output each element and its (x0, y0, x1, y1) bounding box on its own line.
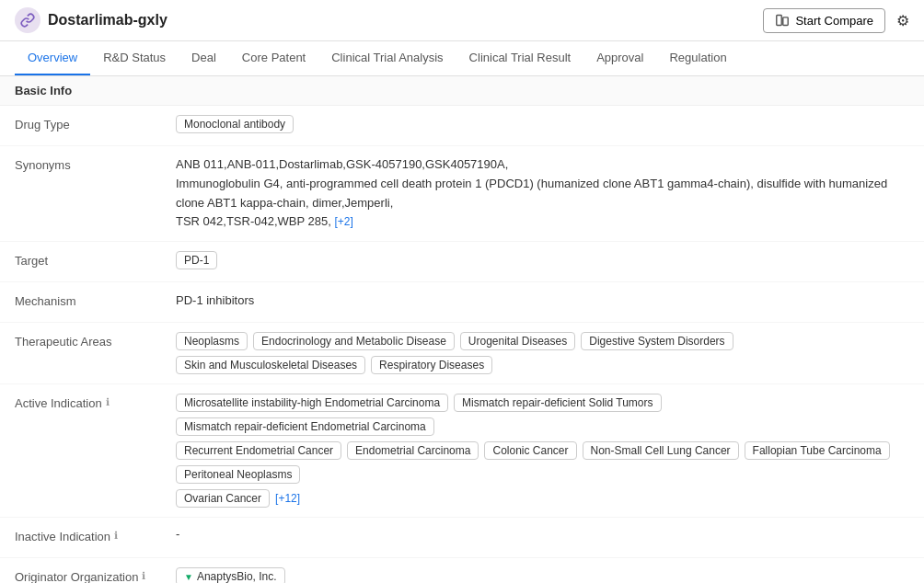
tab-deal[interactable]: Deal (179, 41, 229, 75)
active-indication-row1: Microsatellite instability-high Endometr… (176, 394, 909, 436)
therapeutic-areas-value: Neoplasms Endocrinology and Metabolic Di… (176, 332, 909, 374)
active-indication-row: Active Indication ℹ Microsatellite insta… (0, 384, 924, 518)
ta-tag-2: Urogenital Diseases (460, 332, 575, 350)
inactive-indication-label: Inactive Indication ℹ (15, 527, 176, 543)
tab-overview[interactable]: Overview (15, 41, 90, 75)
tab-regulation[interactable]: Regulation (656, 41, 739, 75)
originator-org-name: AnaptysBio, Inc. (197, 570, 277, 583)
originator-org-label: Originator Organization ℹ (15, 567, 176, 583)
basic-info-table: Drug Type Monoclonal antibody Synonyms A… (0, 106, 924, 583)
drug-type-tag: Monoclonal antibody (176, 115, 294, 133)
tab-rd-status[interactable]: R&D Status (90, 41, 179, 75)
target-row: Target PD-1 (0, 242, 924, 282)
tab-clinical-trial-analysis[interactable]: Clinical Trial Analysis (318, 41, 456, 75)
originator-org-tag-0[interactable]: ▼ AnaptysBio, Inc. (176, 567, 285, 583)
drug-type-label: Drug Type (15, 115, 176, 131)
ta-tag-3: Digestive System Disorders (581, 332, 733, 350)
drug-type-value: Monoclonal antibody (176, 115, 909, 133)
drug-type-row: Drug Type Monoclonal antibody (0, 106, 924, 146)
target-label: Target (15, 251, 176, 268)
originator-org-value: ▼ AnaptysBio, Inc. (176, 567, 909, 583)
mechanism-text: PD-1 inhibitors (176, 292, 254, 310)
ta-tag-0: Neoplasms (176, 332, 248, 350)
active-indication-more[interactable]: [+12] (275, 492, 300, 505)
ai-tag-0: Microsatellite instability-high Endometr… (176, 394, 448, 412)
mechanism-value: PD-1 inhibitors (176, 292, 909, 310)
synonyms-value: ANB 011,ANB-011,Dostarlimab,GSK-4057190,… (176, 155, 909, 232)
header-left: Dostarlimab-gxly (15, 7, 167, 33)
ai-tag-5: Colonic Cancer (484, 441, 576, 460)
header-right: Start Compare ⚙ (763, 8, 909, 33)
svg-rect-0 (777, 16, 781, 26)
ai-tag-1: Mismatch repair-deficient Solid Tumors (454, 394, 661, 412)
inactive-indication-dash: - (176, 527, 179, 541)
ta-tag-1: Endocrinology and Metabolic Disease (253, 332, 455, 350)
tab-approval[interactable]: Approval (583, 41, 656, 75)
app-header: Dostarlimab-gxly Start Compare ⚙ (0, 0, 924, 41)
ai-tag-4: Endometrial Carcinoma (347, 441, 479, 460)
ai-tag-8: Peritoneal Neoplasms (176, 465, 300, 484)
synonyms-more[interactable]: [+2] (334, 215, 352, 228)
tab-core-patent[interactable]: Core Patent (229, 41, 318, 75)
active-indication-value: Microsatellite instability-high Endometr… (176, 394, 909, 508)
ai-tag-2: Mismatch repair-deficient Endometrial Ca… (176, 417, 434, 436)
synonyms-row: Synonyms ANB 011,ANB-011,Dostarlimab,GSK… (0, 146, 924, 242)
svg-rect-1 (783, 17, 788, 26)
target-value: PD-1 (176, 251, 909, 269)
active-indication-row3: Ovarian Cancer [+12] (176, 489, 300, 508)
therapeutic-areas-row: Therapeutic Areas Neoplasms Endocrinolog… (0, 323, 924, 384)
mechanism-label: Mechanism (15, 292, 176, 308)
drug-icon (15, 7, 40, 33)
ai-tag-7: Fallopian Tube Carcinoma (745, 441, 890, 460)
inactive-indication-value: - (176, 527, 909, 541)
inactive-indication-row: Inactive Indication ℹ - (0, 518, 924, 558)
ta-tag-5: Respiratory Diseases (371, 356, 492, 374)
start-compare-button[interactable]: Start Compare (763, 8, 885, 33)
compare-label: Start Compare (795, 14, 873, 28)
inactive-indication-info-icon[interactable]: ℹ (114, 530, 118, 542)
nav-tabs: Overview R&D Status Deal Core Patent Cli… (0, 41, 924, 76)
settings-icon[interactable]: ⚙ (896, 12, 909, 29)
synonyms-text: ANB 011,ANB-011,Dostarlimab,GSK-4057190,… (176, 155, 909, 232)
originator-org-info-icon[interactable]: ℹ (142, 570, 145, 582)
active-indication-label: Active Indication ℹ (15, 394, 176, 410)
ai-tag-9: Ovarian Cancer (176, 489, 270, 508)
ai-tag-6: Non-Small Cell Lung Cancer (583, 441, 739, 460)
target-tag: PD-1 (176, 251, 217, 269)
ai-tag-3: Recurrent Endometrial Cancer (176, 441, 341, 460)
chevron-down-icon: ▼ (184, 572, 193, 582)
synonyms-label: Synonyms (15, 155, 176, 172)
ta-tag-4: Skin and Musculoskeletal Diseases (176, 356, 365, 374)
mechanism-row: Mechanism PD-1 inhibitors (0, 282, 924, 323)
therapeutic-areas-label: Therapeutic Areas (15, 332, 176, 349)
drug-title: Dostarlimab-gxly (48, 12, 167, 29)
originator-org-row: Originator Organization ℹ ▼ AnaptysBio, … (0, 558, 924, 583)
basic-info-section-header: Basic Info (0, 76, 924, 106)
tab-clinical-trial-result[interactable]: Clinical Trial Result (456, 41, 584, 75)
active-indication-row2: Recurrent Endometrial Cancer Endometrial… (176, 441, 909, 484)
active-indication-info-icon[interactable]: ℹ (106, 396, 110, 408)
